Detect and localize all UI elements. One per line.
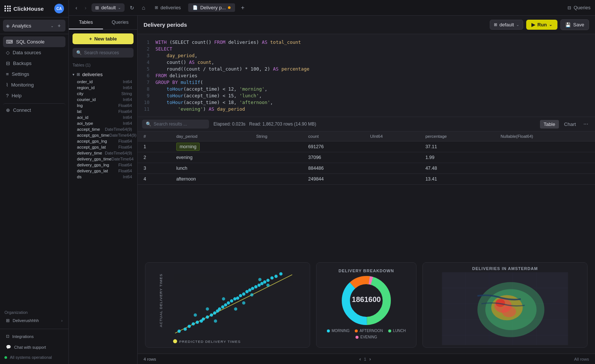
refresh-button[interactable]: ↻ [128, 3, 136, 12]
svg-rect-0 [155, 263, 300, 347]
svg-point-64 [502, 306, 516, 317]
svg-point-24 [248, 288, 251, 292]
field-type: String [121, 91, 132, 96]
dropdown-icon: ⌄ [51, 24, 54, 28]
map-visual [423, 272, 587, 345]
lunch-legend-dot [388, 329, 391, 332]
new-table-button[interactable]: + New table [73, 33, 134, 44]
svg-point-14 [218, 308, 221, 311]
chart-view-button[interactable]: Chart [560, 120, 580, 129]
code-editor[interactable]: 1WITH (SELECT count() FROM deliveries) A… [138, 34, 595, 117]
field-name: lat [77, 109, 81, 114]
next-page-button[interactable]: › [369, 356, 371, 362]
scatter-chart: ACTUAL DELIVERY TIMES [145, 263, 310, 347]
sidebar-item-data-sources[interactable]: ◇ Data sources [3, 47, 65, 58]
svg-point-27 [257, 283, 261, 287]
charts-section: ACTUAL DELIVERY TIMES [138, 255, 595, 354]
sidebar-item-help[interactable]: ? Help [3, 90, 65, 101]
prev-page-button[interactable]: ‹ [359, 356, 361, 362]
percentage-cell: 13.41 [419, 174, 495, 185]
field-name: delivery_gps_lat [77, 169, 108, 173]
code-line: 10 toHour(accept_time) < 18, 'afternoon'… [138, 99, 595, 105]
add-tab-button[interactable]: + [238, 3, 247, 13]
settings-icon: ≡ [6, 71, 9, 77]
user-avatar[interactable]: CA [54, 4, 64, 13]
legend-afternoon: AFTERNOON [355, 329, 383, 333]
integrations-link[interactable]: ⊡ Integrations [4, 332, 64, 341]
tab-deliveries[interactable]: ⊞ deliveries [150, 3, 185, 12]
legend-evening: EVENING [356, 335, 377, 339]
col-day-period-type: String [250, 131, 302, 142]
table-view-button[interactable]: Table [540, 120, 559, 129]
content-area: Tables Queries + New table 🔍 Search reso… [69, 16, 595, 364]
field-row: aoi_typeInt64 [75, 120, 134, 126]
sidebar-item-backups[interactable]: ⊟ Backups [3, 58, 65, 69]
query-icon: 📄 [193, 5, 198, 10]
sidebar-item-connect[interactable]: ⊕ Connect [3, 103, 65, 116]
line-number: 4 [142, 59, 149, 65]
run-button[interactable]: ▶ Run ⌄ [526, 20, 557, 30]
period-type-cell [250, 163, 302, 174]
back-button[interactable]: ‹ [73, 3, 80, 12]
search-resources-input[interactable]: 🔍 Search resources [73, 48, 134, 58]
tab-tables[interactable]: Tables [69, 16, 103, 29]
percentage-cell: 37.11 [419, 142, 495, 152]
table-row[interactable]: 4 afternoon 249844 13.41 [138, 174, 595, 185]
table-row[interactable]: 3 lunch 884486 47.48 [138, 163, 595, 174]
map-chart-card: DELIVERIES IN AMSTERDAM [422, 262, 588, 348]
queries-icon: ⊟ [567, 5, 571, 10]
count-type-cell [364, 174, 419, 185]
field-row: dsInt64 [75, 174, 134, 180]
svg-point-20 [236, 296, 239, 300]
count-type-cell [364, 152, 419, 163]
field-type: DateTime64(9) [105, 127, 132, 131]
row-count: 4 rows [144, 357, 156, 361]
table-group-header[interactable]: ▾ ⊞ deliveries [73, 70, 134, 79]
db-selector-tab[interactable]: ⊞ default ⌄ [91, 3, 125, 12]
more-options-button[interactable]: ··· [581, 120, 591, 128]
field-name: order_id [77, 79, 93, 84]
table-row[interactable]: 2 evening 37096 1.99 [138, 152, 595, 163]
results-table-wrap: # day_period String count UInt64 percent… [138, 131, 595, 255]
table-row[interactable]: 1 morning 691276 37.11 [138, 142, 595, 152]
home-button[interactable]: ⌂ [139, 3, 147, 12]
sidebar-item-sql-console[interactable]: ⌨ SQL Console [3, 36, 65, 47]
svg-point-17 [227, 301, 230, 305]
donut-legend: MORNING AFTERNOON LUNCH [321, 329, 412, 339]
sidebar-item-settings[interactable]: ≡ Settings [3, 69, 65, 79]
svg-point-22 [242, 292, 245, 296]
sidebar-item-analytics[interactable]: ◈ Analytics ⌄ + [3, 20, 65, 32]
svg-point-43 [173, 339, 177, 343]
tab-queries[interactable]: Queries [103, 16, 137, 29]
code-line: 6FROM deliveries [138, 72, 595, 79]
add-analytics-button[interactable]: + [56, 22, 62, 29]
line-number: 11 [142, 106, 149, 112]
field-row: accept_timeDateTime64(9) [75, 126, 134, 132]
period-type-cell [250, 174, 302, 185]
archive-icon: ⊟ [6, 61, 10, 66]
tab-delivery-periods[interactable]: 📄 Delivery p... [188, 3, 235, 12]
field-type: Int64 [123, 121, 132, 126]
svg-point-9 [202, 318, 205, 321]
field-type: Int64 [123, 115, 132, 120]
chat-support-link[interactable]: 💬 Chat with support [4, 343, 64, 351]
map-title: DELIVERIES IN AMSTERDAM [423, 263, 587, 272]
count-cell: 691276 [302, 142, 364, 152]
results-search-input[interactable]: 🔍 Search results ... [142, 120, 209, 129]
field-name: accept_gps_lat [77, 145, 106, 149]
org-item[interactable]: ⊞ Deliverushhhh › [4, 316, 64, 325]
sidebar-item-monitoring[interactable]: ⌇ Monitoring [3, 79, 65, 90]
queries-button[interactable]: ⊟ Queries [567, 5, 591, 10]
forward-button[interactable]: › [83, 3, 89, 12]
field-type: DateTime64 [112, 157, 134, 161]
help-icon: ? [6, 93, 9, 98]
code-text: FROM deliveries [155, 73, 197, 78]
svg-point-41 [234, 308, 237, 311]
save-button[interactable]: 💾 Save [560, 19, 589, 30]
field-name: region_id [77, 85, 94, 90]
svg-point-6 [192, 322, 195, 326]
results-table-body: 1 morning 691276 37.11 2 evening 37096 1… [138, 142, 595, 185]
field-type: Int64 [123, 79, 132, 84]
field-row: accept_gps_timeDateTime64(9) [75, 132, 134, 138]
db-selector-query[interactable]: ⊞ default ⌄ [490, 20, 523, 30]
